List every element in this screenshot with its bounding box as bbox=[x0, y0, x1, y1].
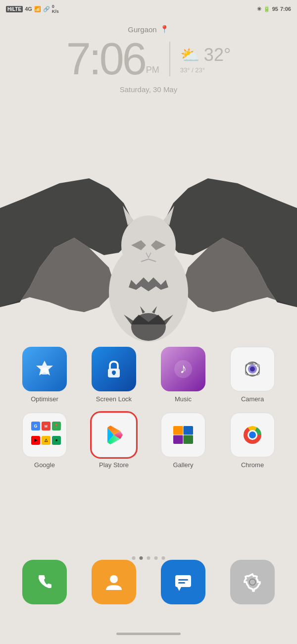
weather-top-row: ⛅ 32° bbox=[180, 45, 231, 65]
app-optimiser[interactable]: Optimiser bbox=[17, 347, 72, 403]
svg-point-26 bbox=[249, 431, 256, 438]
svg-rect-21 bbox=[183, 435, 193, 444]
wallpaper-batman bbox=[0, 168, 297, 357]
battery-icon: 🔋 bbox=[263, 6, 270, 12]
weather-cloud-icon: ⛅ bbox=[180, 46, 200, 64]
ampm-label: PM bbox=[146, 65, 159, 75]
google-label: Google bbox=[34, 461, 55, 469]
location-row: Gurgaon 📍 bbox=[0, 25, 297, 34]
svg-rect-4 bbox=[41, 368, 48, 375]
svg-rect-14 bbox=[248, 362, 253, 365]
page-dot-3[interactable] bbox=[147, 556, 150, 560]
app-row-2: G M 📍 ▶ △ ■ Google bbox=[10, 413, 287, 469]
home-indicator[interactable] bbox=[116, 633, 181, 635]
dock-settings[interactable] bbox=[230, 560, 275, 604]
svg-rect-19 bbox=[183, 426, 193, 435]
playstore-label: Play Store bbox=[99, 461, 129, 469]
app-chrome[interactable]: Chrome bbox=[225, 413, 280, 469]
camera-icon[interactable] bbox=[230, 347, 275, 391]
svg-point-15 bbox=[257, 364, 260, 367]
playstore-icon[interactable] bbox=[92, 413, 136, 457]
date-label: Saturday, 30 May bbox=[0, 85, 297, 94]
svg-marker-29 bbox=[177, 587, 181, 591]
dock-messages[interactable] bbox=[161, 560, 205, 604]
time-weather-row: 7:06 PM ⛅ 32° 33° / 23° bbox=[0, 37, 297, 81]
app-playstore[interactable]: Play Store bbox=[87, 413, 141, 469]
app-google[interactable]: G M 📍 ▶ △ ■ Google bbox=[17, 413, 72, 469]
google-mini-maps: 📍 bbox=[52, 422, 61, 430]
page-dot-4[interactable] bbox=[154, 556, 158, 560]
screenlock-label: Screen Lock bbox=[96, 395, 132, 403]
carrier-label: HiLTE bbox=[6, 6, 23, 12]
time-weather-section: Gurgaon 📍 7:06 PM ⛅ 32° 33° / 23° Saturd… bbox=[0, 25, 297, 94]
data-speed: 0K/s bbox=[52, 4, 59, 14]
bluetooth-icon: ✳ bbox=[257, 6, 261, 12]
google-mini-gmail: M bbox=[42, 422, 50, 430]
app-grid: Optimiser Screen Lock ♪ Mus bbox=[0, 347, 297, 479]
status-bar: HiLTE 4G 📶 🔗 0K/s ✳ 🔋 95 7:06 bbox=[0, 0, 297, 18]
google-folder-grid: G M 📍 ▶ △ ■ bbox=[27, 418, 62, 452]
svg-point-27 bbox=[110, 575, 118, 583]
dock-phone[interactable] bbox=[22, 560, 67, 604]
weather-info: ⛅ 32° 33° / 23° bbox=[180, 45, 231, 74]
svg-rect-7 bbox=[113, 373, 115, 375]
app-camera[interactable]: Camera bbox=[225, 347, 280, 403]
camera-label: Camera bbox=[241, 395, 264, 403]
status-left: HiLTE 4G 📶 🔗 0K/s bbox=[6, 4, 59, 14]
big-clock: 7:06 bbox=[66, 37, 145, 81]
svg-text:♪: ♪ bbox=[180, 361, 187, 376]
screenlock-icon[interactable] bbox=[92, 347, 136, 391]
chrome-icon[interactable] bbox=[230, 413, 275, 457]
google-mini-drive: △ bbox=[42, 436, 50, 445]
gallery-label: Gallery bbox=[173, 461, 193, 469]
gallery-icon[interactable] bbox=[161, 413, 205, 457]
page-dots bbox=[132, 556, 165, 560]
google-mini-sheets: ■ bbox=[52, 436, 61, 445]
page-dot-1[interactable] bbox=[132, 556, 136, 560]
music-icon[interactable]: ♪ bbox=[161, 347, 205, 391]
google-mini-g: G bbox=[31, 422, 40, 430]
svg-rect-18 bbox=[173, 426, 183, 435]
location-text: Gurgaon bbox=[128, 25, 156, 34]
page-dot-2[interactable] bbox=[140, 556, 143, 560]
svg-rect-20 bbox=[173, 435, 183, 444]
battery-level: 95 bbox=[272, 6, 278, 12]
svg-point-12 bbox=[250, 367, 255, 372]
wifi-icon: 🔗 bbox=[43, 6, 50, 12]
signal-bars: 📶 bbox=[34, 6, 41, 12]
temp-range: 33° / 23° bbox=[180, 66, 205, 74]
optimiser-label: Optimiser bbox=[31, 395, 58, 403]
app-music[interactable]: ♪ Music bbox=[156, 347, 210, 403]
svg-rect-30 bbox=[178, 579, 188, 581]
app-row-1: Optimiser Screen Lock ♪ Mus bbox=[10, 347, 287, 403]
dock bbox=[0, 560, 297, 604]
dock-contacts[interactable] bbox=[92, 560, 136, 604]
app-screenlock[interactable]: Screen Lock bbox=[87, 347, 141, 403]
google-mini-youtube: ▶ bbox=[31, 436, 40, 445]
optimiser-icon[interactable] bbox=[22, 347, 67, 391]
svg-rect-28 bbox=[175, 575, 191, 587]
temperature-main: 32° bbox=[204, 45, 231, 65]
location-pin-icon: 📍 bbox=[160, 25, 169, 34]
svg-point-2 bbox=[121, 215, 176, 275]
svg-point-3 bbox=[131, 313, 166, 341]
page-dot-5[interactable] bbox=[162, 556, 165, 560]
chrome-label: Chrome bbox=[241, 461, 264, 469]
clock: 7:06 bbox=[280, 6, 291, 12]
app-gallery[interactable]: Gallery bbox=[156, 413, 210, 469]
svg-rect-31 bbox=[178, 582, 185, 584]
status-right: ✳ 🔋 95 7:06 bbox=[257, 6, 291, 12]
svg-point-33 bbox=[250, 580, 255, 585]
music-label: Music bbox=[175, 395, 192, 403]
time-weather-divider bbox=[169, 42, 170, 76]
network-type: 4G bbox=[25, 6, 32, 12]
google-icon[interactable]: G M 📍 ▶ △ ■ bbox=[22, 413, 67, 457]
